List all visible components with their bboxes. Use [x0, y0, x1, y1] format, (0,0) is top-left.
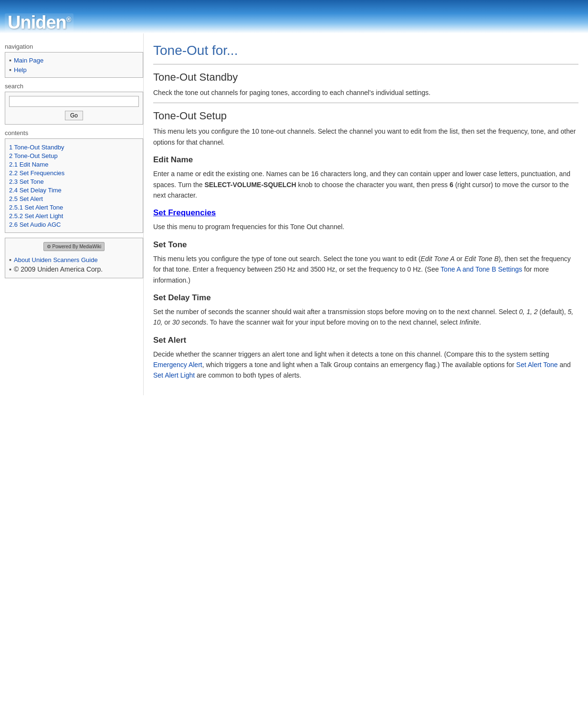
logo-text: Uniden [8, 12, 66, 32]
section-heading-set-tone: Set Tone [153, 240, 578, 250]
emergency-alert-link[interactable]: Emergency Alert [153, 361, 202, 369]
search-input[interactable] [9, 96, 139, 107]
main-content: Tone-Out for... Tone-Out Standby Check t… [143, 33, 588, 395]
navigation-label: navigation [5, 43, 143, 50]
nav-item-help: Help [9, 65, 139, 74]
section-heading-standby: Tone-Out Standby [153, 71, 578, 84]
mediawiki-badge: ⚙ Powered By MediaWiki [9, 242, 139, 251]
footer-item-about: About Uniden Scanners Guide [9, 255, 139, 264]
para-delay-time: Set the number of seconds the scanner sh… [153, 306, 578, 328]
toc-link-2-5-2[interactable]: 2.5.2 Set Alert Light [9, 212, 63, 220]
svs-bold: SELECT-VOLUME-SQUELCH [204, 181, 296, 189]
delay-30: 30 seconds [172, 318, 207, 326]
footer-link-about[interactable]: About Uniden Scanners Guide [14, 256, 98, 263]
logo-trademark: ® [66, 16, 71, 23]
toc-link-1[interactable]: 1 Tone-Out Standby [9, 144, 64, 151]
toc-item-2-5-1: 2.5.1 Set Alert Tone [9, 203, 139, 211]
mediawiki-label: Powered By MediaWiki [52, 244, 101, 249]
set-alert-tone-link[interactable]: Set Alert Tone [516, 361, 558, 369]
footer-item-copyright: © 2009 Uniden America Corp. [9, 264, 139, 274]
toc-item-2-5: 2.5 Set Alert [9, 194, 139, 203]
section-heading-set-alert-text: Set Alert [153, 336, 186, 345]
navigation-box: Main Page Help [5, 52, 143, 78]
toc-item-2-1: 2.1 Edit Name [9, 160, 139, 168]
toc-link-2-6[interactable]: 2.6 Set Audio AGC [9, 221, 61, 228]
edit-tone-a-italic: Edit Tone A [420, 255, 454, 263]
toc-item-2-2: 2.2 Set Frequencies [9, 168, 139, 177]
footer-list: About Uniden Scanners Guide © 2009 Unide… [9, 255, 139, 274]
section-heading-set-tone-text: Set Tone [153, 240, 187, 249]
para-standby-text: Check the tone out channels for paging t… [153, 89, 430, 96]
section-heading-set-freq: Set Frequencies [153, 208, 578, 218]
toc-link-2-3[interactable]: 2.3 Set Tone [9, 178, 44, 185]
toc-item-2-4: 2.4 Set Delay Time [9, 186, 139, 194]
section-heading-delay-time: Set Delay Time [153, 293, 578, 303]
logo-area: Uniden® [5, 13, 74, 33]
toc-link-2-4[interactable]: 2.4 Set Delay Time [9, 187, 62, 194]
sidebar: navigation Main Page Help search content… [0, 33, 143, 283]
nav-link-help[interactable]: Help [14, 66, 27, 74]
set-alert-light-link[interactable]: Set Alert Light [153, 371, 195, 379]
mediawiki-image: ⚙ Powered By MediaWiki [43, 242, 105, 251]
footer-copyright: © 2009 Uniden America Corp. [14, 265, 103, 273]
uniden-logo: Uniden® [5, 13, 74, 32]
search-label: search [5, 83, 143, 90]
nav-item-main: Main Page [9, 55, 139, 65]
search-button[interactable] [65, 111, 83, 120]
section-heading-standby-text: Tone-Out Standby [153, 71, 238, 83]
layout: navigation Main Page Help search content… [0, 33, 588, 395]
nav-link-main[interactable]: Main Page [14, 57, 43, 64]
section-heading-setup-text: Tone-Out Setup [153, 110, 227, 122]
set-freq-link[interactable]: Set Frequencies [153, 208, 216, 217]
sidebar-footer: ⚙ Powered By MediaWiki About Uniden Scan… [5, 238, 143, 278]
toc-link-2[interactable]: 2 Tone-Out Setup [9, 152, 58, 159]
contents-label: contents [5, 129, 143, 137]
para-setup-text: This menu lets you configure the 10 tone… [153, 127, 576, 146]
toc-item-2-3: 2.3 Set Tone [9, 177, 139, 186]
section-heading-setup: Tone-Out Setup [153, 110, 578, 122]
divider-2 [153, 103, 578, 103]
delay-values: 0, 1, 2 [519, 308, 538, 316]
para-set-freq: Use this menu to program frequencies for… [153, 221, 578, 232]
para-set-freq-text: Use this menu to program frequencies for… [153, 223, 345, 231]
infinite-italic: Infinite [460, 318, 479, 326]
toc-item-2-6: 2.6 Set Audio AGC [9, 220, 139, 229]
toc-link-2-1[interactable]: 2.1 Edit Name [9, 161, 48, 168]
para-setup: This menu lets you configure the 10 tone… [153, 126, 578, 147]
section-heading-set-alert: Set Alert [153, 336, 578, 345]
toc-link-2-2[interactable]: 2.2 Set Frequencies [9, 169, 64, 177]
edit-tone-b-italic: Edit Tone B [464, 255, 499, 263]
toc-item-1: 1 Tone-Out Standby [9, 143, 139, 151]
section-heading-edit-name: Edit Name [153, 155, 578, 165]
header: Uniden® [0, 0, 588, 33]
page-title: Tone-Out for... [153, 43, 578, 58]
mediawiki-icon: ⚙ [47, 244, 51, 249]
delay-values-2: 5, 10, [153, 308, 573, 326]
toc-link-2-5-1[interactable]: 2.5.1 Set Alert Tone [9, 204, 63, 211]
tone-a-b-settings-link[interactable]: Tone A and Tone B Settings [441, 265, 522, 273]
para-set-tone: This menu lets you configure the type of… [153, 253, 578, 285]
toc-link-2-5[interactable]: 2.5 Set Alert [9, 195, 43, 202]
toc-item-2-5-2: 2.5.2 Set Alert Light [9, 211, 139, 220]
6-bold: 6 [450, 181, 453, 189]
section-heading-edit-name-text: Edit Name [153, 155, 193, 164]
divider-1 [153, 64, 578, 64]
search-box [5, 92, 143, 125]
toc-item-2: 2 Tone-Out Setup [9, 151, 139, 160]
contents-box: 1 Tone-Out Standby 2 Tone-Out Setup 2.1 … [5, 138, 143, 233]
nav-list: Main Page Help [9, 55, 139, 74]
section-heading-delay-time-text: Set Delay Time [153, 293, 211, 302]
para-set-alert: Decide whether the scanner triggers an a… [153, 349, 578, 381]
para-standby: Check the tone out channels for paging t… [153, 87, 578, 98]
para-edit-name: Enter a name or edit the existing one. N… [153, 168, 578, 200]
